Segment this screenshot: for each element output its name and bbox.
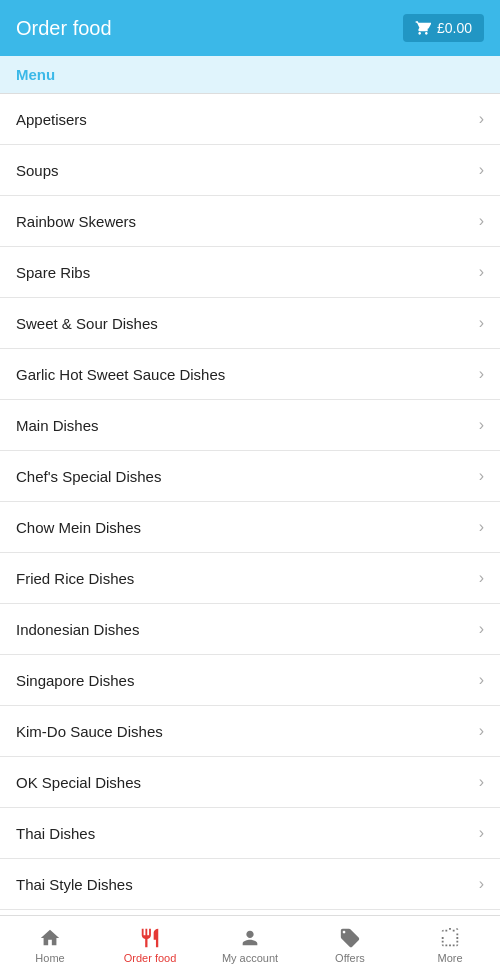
menu-item-label: Indonesian Dishes bbox=[16, 621, 139, 638]
menu-item-label: OK Special Dishes bbox=[16, 774, 141, 791]
menu-item[interactable]: Sweet & Sour Dishes › bbox=[0, 298, 500, 349]
chevron-right-icon: › bbox=[479, 110, 484, 128]
menu-item-label: Thai Dishes bbox=[16, 825, 95, 842]
chevron-right-icon: › bbox=[479, 569, 484, 587]
more-icon bbox=[439, 927, 461, 949]
chevron-right-icon: › bbox=[479, 263, 484, 281]
menu-section-label: Menu bbox=[0, 56, 500, 94]
menu-item[interactable]: Chef's Special Dishes › bbox=[0, 451, 500, 502]
menu-item-label: Fried Rice Dishes bbox=[16, 570, 134, 587]
menu-item-label: Kim-Do Sauce Dishes bbox=[16, 723, 163, 740]
menu-item[interactable]: Chow Mein Dishes › bbox=[0, 502, 500, 553]
cart-icon bbox=[415, 20, 431, 36]
menu-item-label: Thai Style Dishes bbox=[16, 876, 133, 893]
menu-item[interactable]: OK Special Dishes › bbox=[0, 757, 500, 808]
menu-item[interactable]: Indonesian Dishes › bbox=[0, 604, 500, 655]
nav-item-order-food[interactable]: Order food bbox=[100, 916, 200, 975]
menu-item[interactable]: Fried Rice Dishes › bbox=[0, 553, 500, 604]
home-icon bbox=[39, 927, 61, 949]
bottom-nav: Home Order food My account Offers More bbox=[0, 915, 500, 975]
chevron-right-icon: › bbox=[479, 212, 484, 230]
cart-button[interactable]: £0.00 bbox=[403, 14, 484, 42]
nav-label-home: Home bbox=[35, 952, 64, 964]
chevron-right-icon: › bbox=[479, 671, 484, 689]
menu-item-label: Soups bbox=[16, 162, 59, 179]
menu-item-label: Rainbow Skewers bbox=[16, 213, 136, 230]
menu-list: Appetisers › Soups › Rainbow Skewers › S… bbox=[0, 94, 500, 915]
chevron-right-icon: › bbox=[479, 824, 484, 842]
nav-label-more: More bbox=[437, 952, 462, 964]
header: Order food £0.00 bbox=[0, 0, 500, 56]
menu-item-label: Garlic Hot Sweet Sauce Dishes bbox=[16, 366, 225, 383]
menu-item[interactable]: Main Dishes › bbox=[0, 400, 500, 451]
menu-item-label: Sweet & Sour Dishes bbox=[16, 315, 158, 332]
chevron-right-icon: › bbox=[479, 722, 484, 740]
menu-item[interactable]: Thai Style Dishes › bbox=[0, 859, 500, 910]
chevron-right-icon: › bbox=[479, 416, 484, 434]
nav-item-my-account[interactable]: My account bbox=[200, 916, 300, 975]
page-title: Order food bbox=[16, 17, 112, 40]
menu-item-label: Chow Mein Dishes bbox=[16, 519, 141, 536]
chevron-right-icon: › bbox=[479, 161, 484, 179]
menu-item[interactable]: Kim-Do Sauce Dishes › bbox=[0, 706, 500, 757]
menu-item-label: Singapore Dishes bbox=[16, 672, 134, 689]
nav-label-my-account: My account bbox=[222, 952, 278, 964]
chevron-right-icon: › bbox=[479, 518, 484, 536]
order-food-icon bbox=[139, 927, 161, 949]
menu-item[interactable]: Thai Dishes › bbox=[0, 808, 500, 859]
menu-item-label: Chef's Special Dishes bbox=[16, 468, 161, 485]
cart-amount: £0.00 bbox=[437, 20, 472, 36]
menu-item-label: Spare Ribs bbox=[16, 264, 90, 281]
menu-item[interactable]: Rainbow Skewers › bbox=[0, 196, 500, 247]
menu-item[interactable]: Spare Ribs › bbox=[0, 247, 500, 298]
offers-icon bbox=[339, 927, 361, 949]
menu-item[interactable]: Appetisers › bbox=[0, 94, 500, 145]
nav-item-home[interactable]: Home bbox=[0, 916, 100, 975]
nav-item-more[interactable]: More bbox=[400, 916, 500, 975]
menu-item[interactable]: Garlic Hot Sweet Sauce Dishes › bbox=[0, 349, 500, 400]
chevron-right-icon: › bbox=[479, 773, 484, 791]
nav-item-offers[interactable]: Offers bbox=[300, 916, 400, 975]
chevron-right-icon: › bbox=[479, 620, 484, 638]
menu-item[interactable]: Soups › bbox=[0, 145, 500, 196]
my-account-icon bbox=[239, 927, 261, 949]
chevron-right-icon: › bbox=[479, 875, 484, 893]
menu-item-label: Main Dishes bbox=[16, 417, 99, 434]
menu-item[interactable]: Singapore Dishes › bbox=[0, 655, 500, 706]
chevron-right-icon: › bbox=[479, 365, 484, 383]
menu-item-label: Appetisers bbox=[16, 111, 87, 128]
chevron-right-icon: › bbox=[479, 314, 484, 332]
chevron-right-icon: › bbox=[479, 467, 484, 485]
nav-label-order-food: Order food bbox=[124, 952, 177, 964]
nav-label-offers: Offers bbox=[335, 952, 365, 964]
